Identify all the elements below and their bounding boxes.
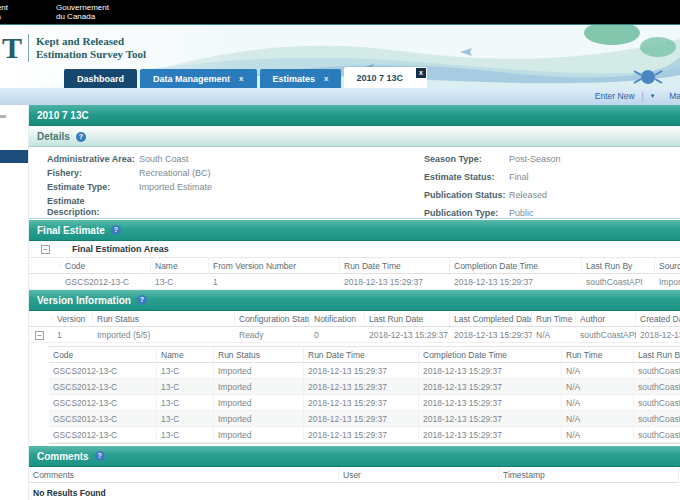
col-last-run-by: Last Run By <box>582 258 655 273</box>
publication-type-value: Public <box>509 208 674 219</box>
final-estimate-row[interactable]: GSCS2012-13-C 13-C 1 2018-12-13 15:29:37… <box>29 274 680 290</box>
publication-type-label: Publication Type: <box>424 208 509 219</box>
info-icon[interactable]: ? <box>137 295 147 305</box>
publication-status-label: Publication Status: <box>424 190 509 201</box>
app-logo: T Kept and Released Estimation Survey To… <box>2 33 146 63</box>
col-source: Source <box>655 258 680 273</box>
tab-2010-7-13c[interactable]: 2010 7 13C x <box>344 67 427 89</box>
main-content: 2010 7 13C Details ? Administrative Area… <box>29 105 680 500</box>
col-completion-date: Completion Date Time <box>419 347 562 362</box>
nav-item-fragment <box>0 115 6 118</box>
admin-area-label: Administrative Area: <box>47 154 139 165</box>
app-title: Kept and Released Estimation Survey Tool <box>36 35 146 61</box>
toolbar-links: Enter New | ▾ Manage <box>595 91 680 101</box>
col-notification: Notification <box>310 311 365 326</box>
collapse-icon[interactable]: − <box>35 331 44 340</box>
no-results-message: No Results Found <box>29 483 680 498</box>
estimate-status-value: Final <box>509 172 674 183</box>
details-right-column: Season Type: Post-Season Estimate Status… <box>424 154 674 219</box>
tab-estimates[interactable]: Estimates x <box>260 69 342 89</box>
version-row[interactable]: − 1 Imported (5/5) Ready 0 2018-12-13 15… <box>29 327 680 343</box>
details-header: Details ? <box>29 127 680 147</box>
publication-status-value: Released <box>509 190 674 201</box>
info-icon[interactable]: ? <box>76 132 86 142</box>
comments-header: Comments ? <box>29 446 680 467</box>
version-detail-row[interactable]: GSCS2012-13-C 13-C Imported 2018-12-13 1… <box>49 363 680 379</box>
gov-fr-line2: du Canada <box>56 12 109 21</box>
version-detail-row[interactable]: GSCS2012-13-C 13-C Imported 2018-12-13 1… <box>49 395 680 411</box>
col-created-date: Created Date <box>636 311 680 326</box>
col-run-time: Run Time <box>532 311 576 326</box>
col-run-status: Run Status <box>214 347 304 362</box>
final-estimation-areas-group: − Final Estimation Areas <box>29 241 680 258</box>
version-detail-row[interactable]: GSCS2012-13-C 13-C Imported 2018-12-13 1… <box>49 427 680 443</box>
fishery-value: Recreational (BC) <box>139 168 377 179</box>
col-author: Author <box>576 311 636 326</box>
actions-toolbar: Enter New | ▾ Manage <box>0 88 680 106</box>
government-signature-en: Government of Canada <box>0 3 8 21</box>
col-comments: Comments <box>29 467 339 482</box>
manage-link[interactable]: Manage <box>669 91 680 101</box>
gov-en-line1: Government <box>0 3 8 12</box>
comments-column-headers: Comments User Timestamp <box>29 467 679 483</box>
col-run-date: Run Date Time <box>304 347 419 362</box>
estimate-type-label: Estimate Type: <box>47 182 139 193</box>
logo-divider <box>28 34 29 62</box>
admin-area-value: South Coast <box>139 154 377 165</box>
gov-fr-line1: Gouvernement <box>56 3 109 12</box>
nav-item-selected[interactable] <box>0 150 28 163</box>
version-information-header: Version Information ? <box>29 290 680 311</box>
enter-new-link[interactable]: Enter New <box>595 91 635 101</box>
version-column-headers: Version Run Status Configuration Status … <box>29 311 680 327</box>
col-name: Name <box>151 258 209 273</box>
version-detail-row[interactable]: GSCS2012-13-C 13-C Imported 2018-12-13 1… <box>49 379 680 395</box>
left-nav <box>0 105 29 500</box>
link-separator: | <box>642 91 644 101</box>
page-title: 2010 7 13C <box>29 105 680 126</box>
details-left-column: Administrative Area: South Coast Fishery… <box>47 154 377 218</box>
government-banner: Government of Canada Gouvernement du Can… <box>0 0 680 24</box>
final-estimate-header: Final Estimate ? <box>29 220 680 241</box>
col-user: User <box>339 467 499 482</box>
collapse-icon[interactable]: − <box>41 245 50 254</box>
logo-letter: T <box>2 33 22 63</box>
version-detail-row[interactable]: GSCS2012-13-C 13-C Imported 2018-12-13 1… <box>49 411 680 427</box>
season-type-label: Season Type: <box>424 154 509 165</box>
estimate-status-label: Estimate Status: <box>424 172 509 183</box>
version-detail-headers: Code Name Run Status Run Date Time Compl… <box>49 347 680 363</box>
close-icon[interactable]: x <box>239 69 243 89</box>
estimate-type-value: Imported Estimate <box>139 182 377 193</box>
estimate-desc-value <box>139 196 377 218</box>
app-window: Government of Canada Gouvernement du Can… <box>0 0 680 500</box>
info-icon[interactable]: ? <box>95 451 105 461</box>
col-config-status: Configuration Status <box>235 311 310 326</box>
chevron-down-icon[interactable]: ▾ <box>651 92 655 100</box>
col-last-completed: Last Completed Date <box>450 311 532 326</box>
app-banner: T Kept and Released Estimation Survey To… <box>0 24 680 89</box>
estimate-desc-label: Estimate Description: <box>47 196 139 218</box>
col-run-date: Run Date Time <box>340 258 450 273</box>
tab-data-management[interactable]: Data Management x <box>140 69 256 89</box>
col-version: Version <box>53 311 93 326</box>
season-type-value: Post-Season <box>509 154 674 165</box>
fishery-label: Fishery: <box>47 168 139 179</box>
tab-bar: Dashboard Data Management x Estimates x … <box>64 67 430 89</box>
group-label: Final Estimation Areas <box>72 244 169 254</box>
details-panel: Administrative Area: South Coast Fishery… <box>29 147 680 219</box>
col-name: Name <box>157 347 214 362</box>
col-completion-date: Completion Date Time <box>450 258 582 273</box>
col-code: Code <box>61 258 151 273</box>
close-icon[interactable]: x <box>324 69 328 89</box>
tab-dashboard[interactable]: Dashboard <box>64 69 137 89</box>
col-run-status: Run Status <box>93 311 235 326</box>
col-code: Code <box>49 347 157 362</box>
version-detail-table: Code Name Run Status Run Date Time Compl… <box>49 346 680 444</box>
col-last-run-date: Last Run Date <box>365 311 450 326</box>
col-from-version: From Version Number <box>209 258 340 273</box>
final-estimate-column-headers: Code Name From Version Number Run Date T… <box>29 258 680 274</box>
gov-en-line2: of Canada <box>0 12 8 21</box>
col-last-run-by: Last Run By <box>634 347 680 362</box>
info-icon[interactable]: ? <box>111 225 121 235</box>
government-signature-fr: Gouvernement du Canada <box>56 3 109 21</box>
close-icon[interactable]: x <box>416 68 426 78</box>
